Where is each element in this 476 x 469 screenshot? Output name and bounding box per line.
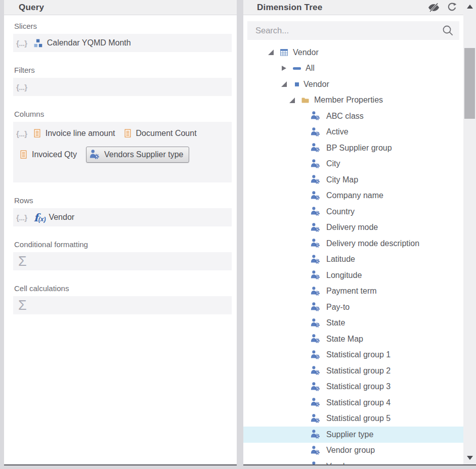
tree-item-vendor-level[interactable]: Vendor — [243, 76, 463, 92]
tree-item-state-map[interactable]: State Map — [243, 331, 463, 347]
column-chip-invoice-line-amount[interactable]: Invoice line amount — [34, 129, 115, 138]
tree-item-payment-term[interactable]: Payment term — [243, 284, 463, 300]
member-property-icon — [311, 223, 320, 232]
braces-icon: {...} — [16, 129, 27, 138]
tree-item-vendor-name[interactable]: Vendor name — [243, 458, 463, 465]
column-chip-invoiced-qty[interactable]: Invoiced Qty — [20, 150, 77, 159]
row-chip-vendor[interactable]: f(x) Vendor — [34, 212, 74, 223]
column-chip-label: Invoiced Qty — [32, 150, 77, 159]
hierarchy-icon — [34, 39, 42, 48]
dimension-table-icon — [280, 49, 288, 57]
member-property-icon — [90, 150, 100, 160]
slicer-chip-label: Calendar YQMD Month — [47, 38, 131, 48]
braces-icon: {...} — [16, 39, 27, 48]
column-chip-document-count[interactable]: Document Count — [124, 129, 197, 138]
tree-item-vendor-group[interactable]: Vendor group — [243, 443, 463, 459]
column-chip-label: Document Count — [136, 129, 197, 138]
scroll-up-icon[interactable] — [467, 5, 473, 9]
tree-item-statistical-group-3[interactable]: Statistical group 3 — [243, 379, 463, 395]
query-panel-title: Query — [19, 3, 44, 13]
tree-item-pay-to[interactable]: Pay-to — [243, 299, 463, 315]
conditional-formatting-dropzone[interactable]: Σ — [13, 252, 232, 270]
search-icon[interactable] — [442, 25, 453, 38]
tree-item-vendor-dimension[interactable]: Vendor — [243, 44, 463, 61]
member-property-icon — [311, 239, 320, 248]
member-property-icon — [311, 175, 320, 184]
tree-item-delivery-mode[interactable]: Delivery mode — [243, 220, 463, 236]
column-chip-vendors-supplier-type[interactable]: Vendors Supplier type — [86, 147, 190, 163]
tree-item-active[interactable]: Active — [243, 124, 463, 140]
member-property-icon — [311, 334, 320, 344]
collapse-expander-icon[interactable] — [288, 98, 296, 103]
tree-item-statistical-group-2[interactable]: Statistical group 2 — [243, 363, 463, 379]
member-property-icon — [311, 382, 320, 392]
member-property-icon — [311, 287, 320, 296]
tree-item-all[interactable]: All — [243, 61, 463, 77]
scrollbar-thumb[interactable] — [464, 48, 475, 119]
dimension-tree-panel: Dimension Tree Vendor All — [243, 0, 476, 465]
member-property-icon — [311, 270, 320, 280]
sigma-icon: Σ — [18, 299, 27, 312]
tree-item-longitude[interactable]: Longitude — [243, 267, 463, 284]
member-property-icon — [311, 302, 320, 312]
braces-icon: {...} — [16, 83, 27, 91]
member-property-icon — [311, 191, 320, 201]
tree-item-bp-supplier-group[interactable]: BP Supplier group — [243, 140, 463, 156]
filters-dropzone[interactable]: {...} — [13, 78, 232, 96]
member-property-icon — [311, 350, 320, 360]
search-input[interactable] — [247, 21, 459, 40]
folder-icon — [301, 96, 310, 104]
cell-calculations-dropzone[interactable]: Σ — [13, 296, 232, 314]
function-icon: f(x) — [34, 212, 46, 223]
column-chip-label: Vendors Supplier type — [104, 150, 184, 159]
hide-unused-eye-off-icon[interactable] — [427, 3, 440, 12]
dimension-tree-header: Dimension Tree — [243, 0, 463, 15]
tree-item-abc-class[interactable]: ABC class — [243, 108, 463, 124]
member-property-icon — [311, 318, 320, 328]
query-panel: Query Slicers {...} Calendar YQMD Month … — [4, 0, 237, 465]
tree-item-state[interactable]: State — [243, 315, 463, 332]
member-property-icon — [311, 366, 320, 376]
tree-item-statistical-group-1[interactable]: Statistical group 1 — [243, 347, 463, 363]
cell-calculations-label: Cell calculations — [14, 284, 237, 293]
tree-item-member-properties[interactable]: Member Properties — [243, 92, 463, 109]
tree-item-supplier-type[interactable]: Supplier type — [243, 427, 463, 443]
member-property-icon — [311, 255, 320, 264]
slicers-label: Slicers — [14, 22, 237, 30]
tree-item-statistical-group-4[interactable]: Statistical group 4 — [243, 395, 463, 411]
collapse-expander-icon[interactable] — [267, 50, 275, 55]
member-property-icon — [311, 398, 320, 407]
braces-icon: {...} — [16, 213, 27, 222]
member-property-icon — [311, 111, 320, 121]
tree-search-box — [247, 21, 459, 40]
tree-item-company-name[interactable]: Company name — [243, 188, 463, 204]
measure-icon — [34, 129, 41, 138]
measure-icon — [124, 129, 132, 138]
tree-item-statistical-group-5[interactable]: Statistical group 5 — [243, 411, 463, 427]
member-property-icon — [311, 207, 320, 216]
columns-dropzone[interactable]: {...} Invoice line amount Document Count… — [13, 122, 232, 182]
member-property-icon — [311, 127, 320, 137]
rows-dropzone[interactable]: {...} f(x) Vendor — [13, 208, 232, 226]
tree-item-country[interactable]: Country — [243, 204, 463, 220]
filters-label: Filters — [14, 66, 237, 74]
row-chip-label: Vendor — [49, 213, 74, 222]
vertical-scrollbar[interactable] — [463, 0, 476, 464]
tree-item-city[interactable]: City — [243, 156, 463, 172]
scroll-down-icon[interactable] — [467, 456, 473, 460]
tree-item-city-map[interactable]: City Map — [243, 172, 463, 188]
refresh-icon[interactable] — [447, 3, 456, 12]
tree-item-latitude[interactable]: Latitude — [243, 252, 463, 268]
query-panel-header: Query — [4, 0, 237, 15]
slicer-chip-calendar[interactable]: Calendar YQMD Month — [34, 38, 131, 48]
slicers-dropzone[interactable]: {...} Calendar YQMD Month — [13, 34, 232, 52]
column-chip-label: Invoice line amount — [46, 129, 115, 138]
member-property-icon — [311, 159, 320, 169]
member-property-icon — [311, 446, 320, 455]
tree-item-delivery-mode-description[interactable]: Delivery mode description — [243, 236, 463, 252]
collapse-expander-icon[interactable] — [280, 81, 288, 87]
conditional-formatting-label: Conditional formatting — [14, 240, 237, 249]
member-property-icon — [311, 143, 320, 153]
columns-label: Columns — [14, 110, 237, 118]
expand-expander-icon[interactable] — [280, 66, 288, 71]
